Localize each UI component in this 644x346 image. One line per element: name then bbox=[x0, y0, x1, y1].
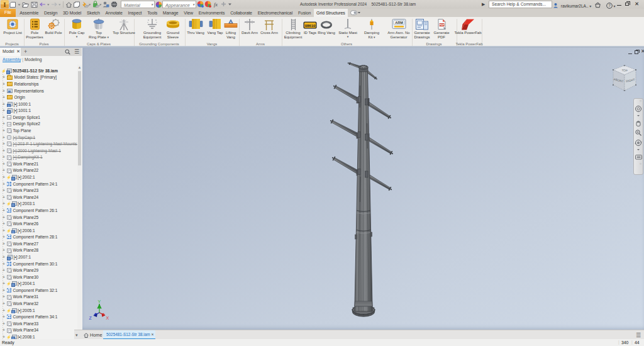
svg-text:Y: Y bbox=[98, 299, 101, 304]
svg-text:?: ? bbox=[608, 3, 611, 8]
svg-text:fx: fx bbox=[214, 1, 218, 8]
svg-text:X: X bbox=[106, 316, 109, 320]
svg-text:PDF: PDF bbox=[440, 24, 445, 26]
svg-text:Z: Z bbox=[89, 316, 92, 320]
svg-text:I: I bbox=[4, 1, 6, 8]
